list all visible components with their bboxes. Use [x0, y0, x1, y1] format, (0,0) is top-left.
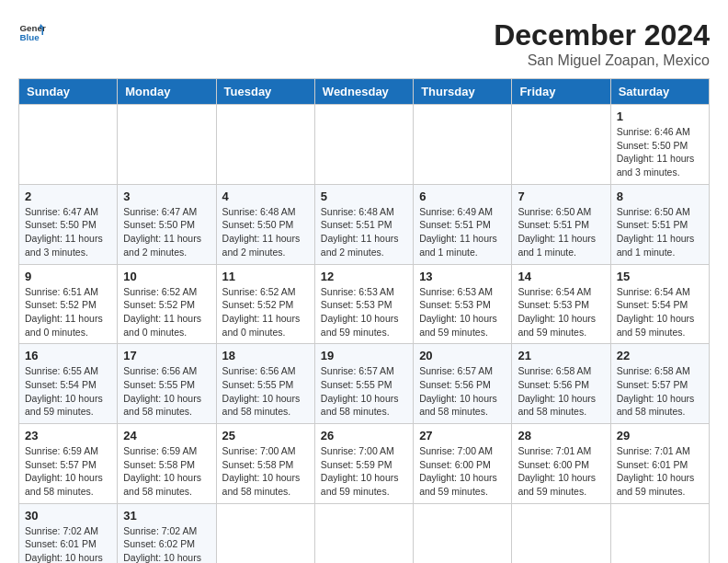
day-info: Sunrise: 6:57 AM Sunset: 5:55 PM Dayligh… [321, 364, 407, 419]
day-info: Sunrise: 6:56 AM Sunset: 5:55 PM Dayligh… [222, 364, 309, 419]
day-number: 16 [25, 349, 111, 362]
day-number: 8 [617, 190, 703, 203]
day-header-thursday: Thursday [414, 79, 512, 105]
day-info: Sunrise: 6:48 AM Sunset: 5:50 PM Dayligh… [222, 205, 309, 259]
day-info: Sunrise: 7:01 AM Sunset: 6:00 PM Dayligh… [518, 444, 604, 499]
day-info: Sunrise: 6:55 AM Sunset: 5:54 PM Dayligh… [25, 364, 111, 419]
calendar-cell: 3 Sunrise: 6:47 AM Sunset: 5:50 PM Dayli… [118, 184, 216, 264]
calendar-cell: 30 Sunrise: 7:02 AM Sunset: 6:01 PM Dayl… [19, 503, 118, 563]
day-info: Sunrise: 6:59 AM Sunset: 5:58 PM Dayligh… [123, 444, 210, 499]
calendar-cell [216, 105, 314, 185]
day-info: Sunrise: 6:50 AM Sunset: 5:51 PM Dayligh… [518, 205, 604, 259]
calendar-cell: 2 Sunrise: 6:47 AM Sunset: 5:50 PM Dayli… [19, 184, 118, 264]
calendar-cell: 10 Sunrise: 6:52 AM Sunset: 5:52 PM Dayl… [118, 264, 216, 344]
day-info: Sunrise: 7:00 AM Sunset: 6:00 PM Dayligh… [419, 444, 506, 499]
calendar-week-row: 1 Sunrise: 6:46 AM Sunset: 5:50 PM Dayli… [19, 105, 710, 185]
day-number: 3 [123, 190, 210, 203]
calendar-cell: 21 Sunrise: 6:58 AM Sunset: 5:56 PM Dayl… [512, 344, 610, 424]
day-number: 4 [222, 190, 309, 203]
calendar-header-row: SundayMondayTuesdayWednesdayThursdayFrid… [19, 79, 710, 105]
day-info: Sunrise: 7:02 AM Sunset: 6:01 PM Dayligh… [25, 524, 111, 563]
day-number: 21 [518, 349, 604, 362]
calendar-cell: 15 Sunrise: 6:54 AM Sunset: 5:54 PM Dayl… [610, 264, 709, 344]
calendar-cell [314, 105, 413, 185]
calendar-cell: 25 Sunrise: 7:00 AM Sunset: 5:58 PM Dayl… [216, 424, 314, 504]
day-number: 26 [321, 429, 407, 442]
calendar-cell: 11 Sunrise: 6:52 AM Sunset: 5:52 PM Dayl… [216, 264, 314, 344]
calendar-cell: 4 Sunrise: 6:48 AM Sunset: 5:50 PM Dayli… [216, 184, 314, 264]
day-number: 6 [419, 190, 506, 203]
calendar-cell: 22 Sunrise: 6:58 AM Sunset: 5:57 PM Dayl… [610, 344, 709, 424]
calendar-cell: 13 Sunrise: 6:53 AM Sunset: 5:53 PM Dayl… [414, 264, 512, 344]
day-info: Sunrise: 6:52 AM Sunset: 5:52 PM Dayligh… [222, 285, 309, 339]
calendar-cell: 12 Sunrise: 6:53 AM Sunset: 5:53 PM Dayl… [314, 264, 413, 344]
day-number: 23 [25, 429, 111, 442]
day-header-tuesday: Tuesday [216, 79, 314, 105]
day-number: 15 [617, 270, 703, 283]
day-number: 7 [518, 190, 604, 203]
calendar-cell: 14 Sunrise: 6:54 AM Sunset: 5:53 PM Dayl… [512, 264, 610, 344]
day-number: 1 [617, 109, 703, 123]
calendar-cell: 1 Sunrise: 6:46 AM Sunset: 5:50 PM Dayli… [610, 105, 709, 185]
calendar-cell: 6 Sunrise: 6:49 AM Sunset: 5:51 PM Dayli… [414, 184, 512, 264]
day-info: Sunrise: 6:58 AM Sunset: 5:56 PM Dayligh… [518, 364, 604, 419]
calendar-cell [610, 503, 709, 563]
day-header-friday: Friday [512, 79, 610, 105]
logo: General Blue [18, 18, 46, 46]
calendar-cell [118, 105, 216, 185]
day-info: Sunrise: 7:00 AM Sunset: 5:59 PM Dayligh… [321, 444, 407, 499]
day-number: 31 [123, 509, 210, 523]
day-info: Sunrise: 6:57 AM Sunset: 5:56 PM Dayligh… [419, 364, 506, 419]
day-info: Sunrise: 7:00 AM Sunset: 5:58 PM Dayligh… [222, 444, 309, 499]
day-info: Sunrise: 6:54 AM Sunset: 5:54 PM Dayligh… [617, 285, 703, 339]
calendar-week-row: 2 Sunrise: 6:47 AM Sunset: 5:50 PM Dayli… [19, 184, 710, 264]
calendar-table: SundayMondayTuesdayWednesdayThursdayFrid… [18, 78, 710, 563]
day-info: Sunrise: 6:48 AM Sunset: 5:51 PM Dayligh… [321, 205, 407, 259]
calendar-week-row: 16 Sunrise: 6:55 AM Sunset: 5:54 PM Dayl… [19, 344, 710, 424]
calendar-cell: 24 Sunrise: 6:59 AM Sunset: 5:58 PM Dayl… [118, 424, 216, 504]
day-header-saturday: Saturday [610, 79, 709, 105]
day-number: 14 [518, 270, 604, 283]
day-info: Sunrise: 7:02 AM Sunset: 6:02 PM Dayligh… [123, 524, 210, 563]
day-info: Sunrise: 6:51 AM Sunset: 5:52 PM Dayligh… [25, 285, 111, 339]
location-title: San Miguel Zoapan, Mexico [494, 52, 710, 69]
calendar-cell [414, 503, 512, 563]
calendar-cell: 23 Sunrise: 6:59 AM Sunset: 5:57 PM Dayl… [19, 424, 118, 504]
day-number: 28 [518, 429, 604, 442]
calendar-cell: 18 Sunrise: 6:56 AM Sunset: 5:55 PM Dayl… [216, 344, 314, 424]
calendar-cell [512, 503, 610, 563]
calendar-cell: 16 Sunrise: 6:55 AM Sunset: 5:54 PM Dayl… [19, 344, 118, 424]
day-number: 24 [123, 429, 210, 442]
day-info: Sunrise: 6:59 AM Sunset: 5:57 PM Dayligh… [25, 444, 111, 499]
day-number: 30 [25, 509, 111, 523]
calendar-cell: 7 Sunrise: 6:50 AM Sunset: 5:51 PM Dayli… [512, 184, 610, 264]
calendar-cell [19, 105, 118, 185]
calendar-cell [512, 105, 610, 185]
calendar-cell: 29 Sunrise: 7:01 AM Sunset: 6:01 PM Dayl… [610, 424, 709, 504]
calendar-cell: 26 Sunrise: 7:00 AM Sunset: 5:59 PM Dayl… [314, 424, 413, 504]
day-number: 19 [321, 349, 407, 362]
calendar-cell: 9 Sunrise: 6:51 AM Sunset: 5:52 PM Dayli… [19, 264, 118, 344]
calendar-cell: 17 Sunrise: 6:56 AM Sunset: 5:55 PM Dayl… [118, 344, 216, 424]
month-title: December 2024 [494, 18, 710, 52]
logo-icon: General Blue [18, 18, 46, 46]
day-info: Sunrise: 6:58 AM Sunset: 5:57 PM Dayligh… [617, 364, 703, 419]
day-info: Sunrise: 6:53 AM Sunset: 5:53 PM Dayligh… [321, 285, 407, 339]
calendar-cell: 31 Sunrise: 7:02 AM Sunset: 6:02 PM Dayl… [118, 503, 216, 563]
day-info: Sunrise: 6:50 AM Sunset: 5:51 PM Dayligh… [617, 205, 703, 259]
calendar-cell: 8 Sunrise: 6:50 AM Sunset: 5:51 PM Dayli… [610, 184, 709, 264]
calendar-cell: 19 Sunrise: 6:57 AM Sunset: 5:55 PM Dayl… [314, 344, 413, 424]
day-info: Sunrise: 6:46 AM Sunset: 5:50 PM Dayligh… [617, 125, 703, 179]
day-header-sunday: Sunday [19, 79, 118, 105]
day-info: Sunrise: 6:56 AM Sunset: 5:55 PM Dayligh… [123, 364, 210, 419]
svg-text:Blue: Blue [20, 32, 40, 42]
day-number: 17 [123, 349, 210, 362]
day-number: 22 [617, 349, 703, 362]
day-number: 27 [419, 429, 506, 442]
day-header-wednesday: Wednesday [314, 79, 413, 105]
day-header-monday: Monday [118, 79, 216, 105]
day-info: Sunrise: 6:49 AM Sunset: 5:51 PM Dayligh… [419, 205, 506, 259]
day-number: 20 [419, 349, 506, 362]
calendar-cell [216, 503, 314, 563]
title-block: December 2024 San Miguel Zoapan, Mexico [494, 18, 710, 69]
